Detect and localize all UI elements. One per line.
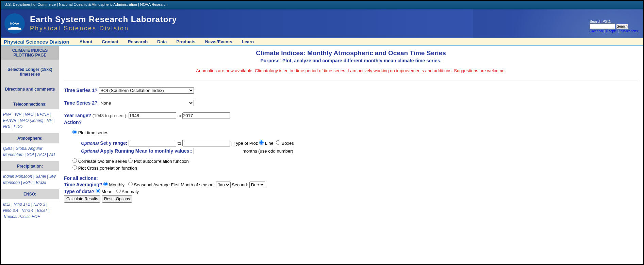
link-epnp[interactable]: EP/NP [37,112,49,117]
sidebar-links-atmosphere: QBO | Global Angular Momentum | SOI | AA… [1,143,59,161]
sidebar-links-precipitation: Indian Monsoon | Sahel | SW Monsoon | ES… [1,171,59,189]
ts1-label: Time Series 1? [64,88,98,93]
ts2-select[interactable]: None [99,100,194,106]
type-data-label: Type of data? [64,189,95,194]
for-all-label: For all actions: [64,175,638,181]
to-text-2: to [178,141,181,146]
link-qbo[interactable]: QBO [3,146,12,151]
optional-label-2: Optional [81,149,99,154]
quicklink-publications[interactable]: Publications [620,29,638,33]
yrange-label: Set y range: [100,140,127,146]
divider-line [64,80,638,80]
plot-line-label: Line [265,141,274,146]
link-nino12[interactable]: Nino 1+2 [14,202,30,207]
link-nino34[interactable]: Nino 3.4 [3,208,18,213]
topbar-research[interactable]: NOAA Research [140,2,168,6]
link-noi[interactable]: NOI [3,124,10,129]
action-crosscorr-radio[interactable] [72,165,77,170]
topbar-noaa[interactable]: National Oceanic & Atmospheric Administr… [59,2,137,6]
topbar-commerce[interactable]: U.S. Department of Commerce [4,2,56,6]
season-second-select[interactable]: Dec [249,182,265,188]
nav-contact[interactable]: Contact [102,39,118,44]
link-sahel[interactable]: Sahel [35,174,46,179]
anomaly-label: Anomaly [122,189,139,194]
nav-psd-home[interactable]: Physical Sciences Division [4,39,69,45]
link-brazil[interactable]: Brazil [36,180,46,185]
action-autocorr-label: Plot autocorrelation function [134,159,189,164]
running-mean-input[interactable] [194,148,241,154]
year-from-input[interactable] [129,112,176,119]
page-purpose: Purpose: Plot, analyze and compare diffe… [64,58,638,63]
noaa-logo[interactable]: NOAA [4,13,25,34]
monthly-label: Monthly [109,182,125,187]
plot-line-radio[interactable] [259,140,264,145]
mean-radio[interactable] [96,189,100,193]
nav-learn[interactable]: Learn [242,39,254,44]
site-subtitle: Physical Sciences Division [30,25,177,32]
running-mean-label: Apply Running Mean to monthly values:: [100,148,192,154]
sidebar-title[interactable]: CLIMATE INDICES PLOTTING PAGE [1,46,59,60]
sidebar-head-atmosphere: Atmosphere: [1,133,59,143]
ymax-input[interactable] [182,140,230,146]
quicklink-people[interactable]: People [606,29,617,33]
site-title: Earth System Research Laboratory [30,15,177,24]
to-text: to [178,113,181,118]
quicklink-calendar[interactable]: Calendar [590,29,604,33]
link-espi[interactable]: ESPI [23,180,32,185]
sidebar-links-enso: MEI | Nino 1+2 | Nino 3 | Nino 3.4 | Nin… [1,199,59,223]
sidebar: CLIMATE INDICES PLOTTING PAGE Selected L… [1,46,59,264]
action-correlate-radio[interactable] [72,158,77,163]
reset-button[interactable] [102,195,132,203]
nav-research[interactable]: Research [128,39,148,44]
search-button[interactable] [616,24,628,29]
action-label: Action? [64,120,638,125]
nav-data[interactable]: Data [157,39,167,44]
nav-about[interactable]: About [80,39,93,44]
link-pdo[interactable]: PDO [14,124,22,129]
link-ao[interactable]: AO [49,152,55,157]
link-pna[interactable]: PNA [3,112,12,117]
season-first-select[interactable]: Jan [216,182,231,188]
link-eawr[interactable]: EA/WR [3,118,16,123]
optional-label-1: Optional [81,141,99,146]
type-of-plot-label: | Type of Plot: [231,141,258,146]
link-indian-monsoon[interactable]: Indian Monsoon [3,174,32,179]
sidebar-directions[interactable]: Directions and comments [1,84,59,94]
search-area: Search PSD: Calendar | People | Publicat… [590,19,638,33]
ymin-input[interactable] [129,140,176,146]
link-naojones[interactable]: NAO (Jones) [20,118,43,123]
link-wp[interactable]: WP [15,112,21,117]
monthly-radio[interactable] [103,182,108,186]
plot-boxes-radio[interactable] [276,140,280,145]
year-note: (1948 to present): [93,113,128,118]
link-nino3[interactable]: Nino 3 [33,202,45,207]
ts1-select[interactable]: SOI (Southern Oscillation Index) [99,87,194,94]
sidebar-longer-ts[interactable]: Selected Longer (18xx) timeseries [1,64,59,79]
search-input[interactable] [590,24,615,29]
link-nao[interactable]: NAO [25,112,34,117]
gov-top-bar: U.S. Department of Commerce | National O… [1,1,643,9]
link-best[interactable]: BEST [37,208,47,213]
link-np[interactable]: NP [47,118,52,123]
second-label: Second: [232,182,248,187]
page-title: Climate Indices: Monthly Atmospheric and… [64,49,638,57]
action-autocorr-radio[interactable] [128,158,133,163]
link-aao[interactable]: AAO [37,152,46,157]
alert-text: Anomalies are now available. Climatology… [64,68,638,73]
link-nino4[interactable]: Nino 4 [22,208,34,213]
action-plot-radio[interactable] [72,130,77,134]
nav-products[interactable]: Products [176,39,195,44]
nav-news[interactable]: News/Events [205,39,232,44]
link-tpeof[interactable]: Tropical Pacific EOF [3,214,40,219]
site-banner: NOAA Earth System Research Laboratory Ph… [1,9,643,38]
action-plot-label: Plot time series [78,130,109,135]
sidebar-head-teleconnections: Teleconnections: [1,99,59,109]
mean-label: Mean [101,189,113,194]
link-mei[interactable]: MEI [3,202,10,207]
link-soi[interactable]: SOI [27,152,34,157]
year-label: Year range? [64,113,91,118]
seasonal-radio[interactable] [128,182,133,186]
year-to-input[interactable] [182,112,230,119]
anomaly-radio[interactable] [116,189,121,193]
calculate-button[interactable] [64,195,100,203]
